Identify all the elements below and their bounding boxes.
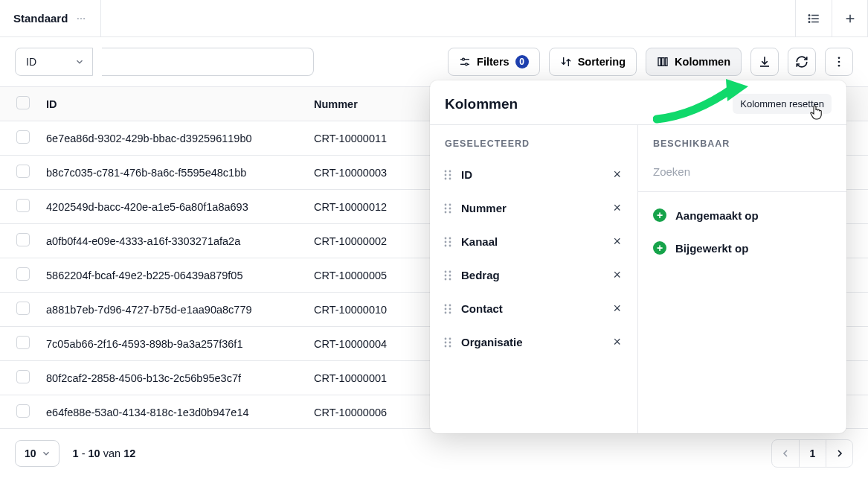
columns-icon [657,56,669,68]
remove-column-icon[interactable]: × [610,334,624,350]
svg-point-20 [838,61,840,63]
columns-label: Kolommen [675,56,730,68]
sort-button[interactable]: Sortering [549,48,637,76]
filters-button[interactable]: Filters 0 [448,48,540,76]
filters-label: Filters [477,56,509,68]
row-checkbox[interactable] [16,199,30,212]
svg-point-42 [445,274,447,276]
svg-point-2 [84,18,86,19]
drag-handle-icon[interactable] [443,270,452,281]
cell-id: 5862204f-bcaf-49e2-b225-06439a879f05 [34,258,302,293]
filter-field-select[interactable]: ID [15,48,93,76]
pager: 1 [771,439,853,468]
add-view-icon[interactable] [832,0,867,36]
selected-column-item[interactable]: Contact× [436,293,631,324]
svg-point-35 [449,237,451,239]
selected-columns-panel: GESELECTEERD ID×Nummer×Kanaal×Bedrag×Con… [430,125,638,433]
selected-column-label: Nummer [461,202,601,214]
svg-point-24 [445,173,447,176]
chevron-down-icon [41,448,51,459]
reset-columns-button[interactable]: Kolommen resetten [733,94,832,114]
drag-handle-icon[interactable] [443,337,452,348]
selected-column-item[interactable]: Organisatie× [436,327,631,357]
remove-column-icon[interactable]: × [610,167,624,182]
refresh-icon [795,55,808,68]
selected-column-item[interactable]: Kanaal× [436,226,631,257]
remove-column-icon[interactable]: × [610,200,624,216]
download-button[interactable] [750,48,779,76]
columns-popover: Kolommen Kolommen resetten GESELECTEERD … [430,80,846,433]
refresh-button[interactable] [788,48,816,76]
drag-handle-icon[interactable] [443,236,452,248]
toolbar: ID Filters 0 Sortering Kolommen [0,37,868,87]
svg-rect-17 [665,58,667,66]
available-search-input[interactable]: Zoeken [638,159,846,192]
svg-point-54 [445,341,447,343]
svg-point-13 [463,58,465,60]
remove-column-icon[interactable]: × [610,301,624,316]
page-size-value: 10 [25,447,36,459]
svg-point-53 [449,337,451,340]
drag-handle-icon[interactable] [443,303,452,315]
row-checkbox[interactable] [16,302,30,315]
row-checkbox[interactable] [16,267,30,281]
columns-button[interactable]: Kolommen [646,48,742,76]
svg-point-32 [445,211,447,213]
svg-point-19 [838,57,840,59]
selected-column-label: Bedrag [461,269,601,281]
remove-column-icon[interactable]: × [610,234,624,249]
more-button[interactable] [825,48,853,76]
row-checkbox[interactable] [16,165,30,178]
svg-rect-16 [662,58,664,66]
available-columns-panel: BESCHIKBAAR Zoeken +Aangemaakt op+Bijgew… [638,125,846,433]
svg-point-48 [445,307,447,310]
more-vertical-icon [832,55,846,68]
drag-handle-icon[interactable] [443,169,452,181]
header-id[interactable]: ID [34,87,302,121]
row-checkbox[interactable] [16,233,30,246]
selected-column-item[interactable]: Nummer× [436,193,631,223]
page-size-select[interactable]: 10 [15,440,60,467]
drag-handle-icon[interactable] [443,203,452,214]
filters-count-badge: 0 [515,55,529,68]
svg-point-34 [445,237,447,239]
pager-prev[interactable] [772,440,799,467]
filter-value-input[interactable] [102,48,314,76]
svg-point-30 [445,207,447,209]
pager-page-current[interactable]: 1 [799,440,826,467]
table-footer: 10 1 - 10 van 12 1 [0,428,868,478]
cell-id: 7c05ab66-2f16-4593-898b-9a3a257f36f1 [34,327,302,361]
chevron-right-icon [834,447,846,459]
add-column-icon[interactable]: + [653,208,666,222]
svg-point-31 [449,207,451,209]
row-checkbox[interactable] [16,404,30,418]
svg-point-49 [449,307,451,310]
row-checkbox[interactable] [16,130,30,144]
remove-column-icon[interactable]: × [610,267,624,283]
add-column-icon[interactable]: + [653,241,666,255]
selected-column-item[interactable]: ID× [436,159,631,190]
available-column-item[interactable]: +Aangemaakt op [646,203,839,228]
svg-point-50 [445,311,447,313]
row-checkbox[interactable] [16,370,30,383]
tab-more-icon[interactable] [75,13,87,25]
svg-point-22 [445,170,447,172]
available-column-label: Bijgewerkt op [675,242,748,255]
cell-id: a881b7eb-7d96-4727-b75d-e1aa90a8c779 [34,293,302,327]
svg-point-51 [449,311,451,313]
svg-point-56 [445,345,447,347]
cell-id: b8c7c035-c781-476b-8a6c-f5595e48c1bb [34,156,302,190]
chevron-left-icon [779,447,791,459]
available-column-item[interactable]: +Bijgewerkt op [646,235,839,261]
pager-next[interactable] [826,440,852,467]
cell-id: 80f2caf2-2858-4506-b13c-2c56b95e3c7f [34,361,302,395]
chevron-down-icon [74,57,85,67]
select-all-checkbox[interactable] [16,96,30,109]
row-checkbox[interactable] [16,336,30,349]
svg-point-25 [449,173,451,176]
svg-point-7 [808,18,810,19]
sort-label: Sortering [578,56,626,68]
list-view-icon[interactable] [796,0,832,36]
selected-column-item[interactable]: Bedrag× [436,260,631,290]
tab-standaard[interactable]: Standaard [0,0,101,36]
